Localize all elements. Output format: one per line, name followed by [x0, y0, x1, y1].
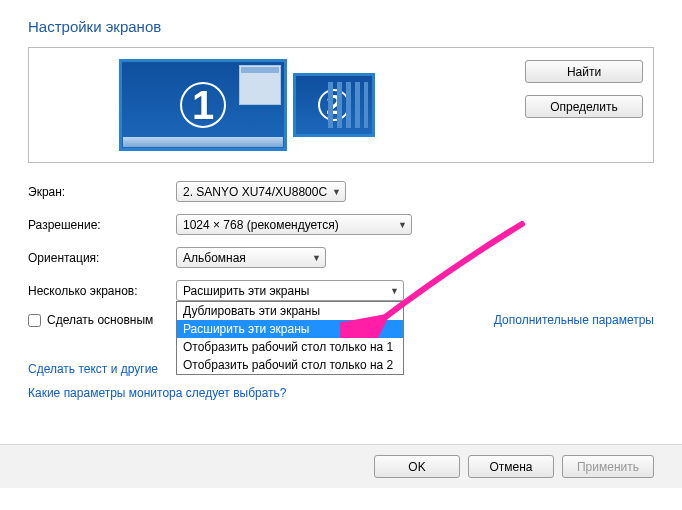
find-button[interactable]: Найти [525, 60, 643, 83]
identify-button[interactable]: Определить [525, 95, 643, 118]
text-size-link[interactable]: Сделать текст и другие [28, 362, 158, 376]
monitor-arrangement-box: 1 2 Найти Определить [28, 47, 654, 163]
cancel-button[interactable]: Отмена [468, 455, 554, 478]
advanced-settings-link[interactable]: Дополнительные параметры [494, 313, 654, 327]
screen-select[interactable]: 2. SANYO XU74/XU8800C▼ [176, 181, 346, 202]
multiple-displays-label: Несколько экранов: [28, 284, 176, 298]
apply-button[interactable]: Применить [562, 455, 654, 478]
multiple-displays-dropdown: Дублировать эти экраны Расширить эти экр… [176, 301, 404, 375]
orientation-label: Ориентация: [28, 251, 176, 265]
multiple-displays-select[interactable]: Расширить эти экраны▼ [176, 280, 404, 301]
monitor-2[interactable]: 2 [293, 73, 375, 137]
chevron-down-icon: ▼ [312, 253, 321, 263]
orientation-select[interactable]: Альбомная▼ [176, 247, 326, 268]
dropdown-option-duplicate[interactable]: Дублировать эти экраны [177, 302, 403, 320]
make-primary-label: Сделать основным [47, 313, 153, 327]
ok-button[interactable]: OK [374, 455, 460, 478]
make-primary-checkbox[interactable] [28, 314, 41, 327]
chevron-down-icon: ▼ [390, 286, 399, 296]
which-monitor-link[interactable]: Какие параметры монитора следует выбрать… [28, 386, 287, 400]
chevron-down-icon: ▼ [398, 220, 407, 230]
resolution-select[interactable]: 1024 × 768 (рекомендуется)▼ [176, 214, 412, 235]
chevron-down-icon: ▼ [332, 187, 341, 197]
dialog-button-strip: OK Отмена Применить [0, 444, 682, 488]
page-title: Настройки экранов [28, 18, 654, 35]
screen-label: Экран: [28, 185, 176, 199]
resolution-label: Разрешение: [28, 218, 176, 232]
monitor-1[interactable]: 1 [119, 59, 287, 151]
dropdown-option-only1[interactable]: Отобразить рабочий стол только на 1 [177, 338, 403, 356]
dropdown-option-only2[interactable]: Отобразить рабочий стол только на 2 [177, 356, 403, 374]
dropdown-option-extend[interactable]: Расширить эти экраны [177, 320, 403, 338]
